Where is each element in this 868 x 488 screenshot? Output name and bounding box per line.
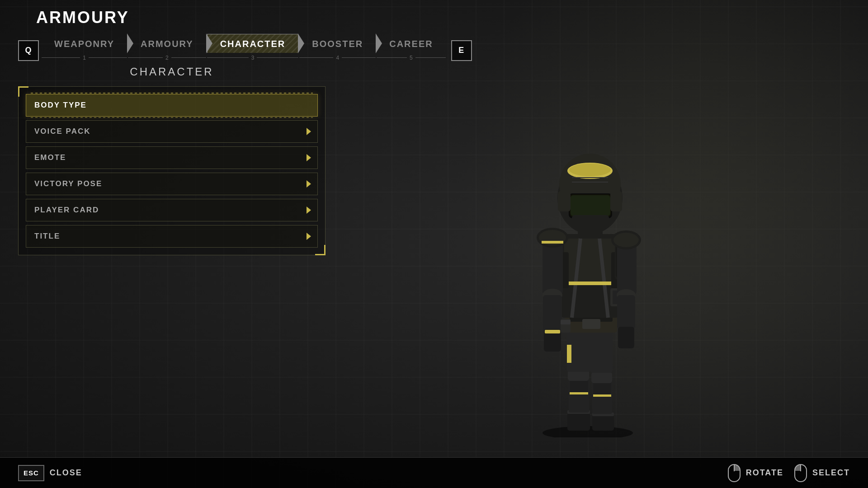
arrow-icon-voice-pack xyxy=(307,128,311,135)
svg-rect-53 xyxy=(558,191,571,211)
arrow-icon-emote xyxy=(307,154,311,161)
section-title: CHARACTER xyxy=(18,66,326,78)
svg-rect-42 xyxy=(617,295,635,329)
bottom-right-hints: ROTATE SELECT xyxy=(728,464,850,482)
right-panel xyxy=(326,61,850,452)
svg-rect-37 xyxy=(545,330,560,333)
svg-rect-12 xyxy=(591,372,612,383)
tab-weaponry[interactable]: WEAPONRY 1 xyxy=(42,34,127,61)
svg-rect-54 xyxy=(610,191,622,211)
rotate-label: ROTATE xyxy=(746,468,783,478)
svg-rect-58 xyxy=(561,320,571,324)
svg-rect-52 xyxy=(572,215,609,226)
menu-item-title[interactable]: TITLE xyxy=(26,225,318,248)
svg-rect-14 xyxy=(590,331,613,373)
main-content: CHARACTER BODY TYPE VOICE PACK xyxy=(0,52,868,488)
select-hint: SELECT xyxy=(794,464,850,482)
close-hint: ESC CLOSE xyxy=(18,465,82,481)
svg-rect-15 xyxy=(567,345,571,363)
svg-point-40 xyxy=(613,233,639,247)
arrow-icon-title xyxy=(307,233,311,240)
rotate-hint: ROTATE xyxy=(728,464,783,482)
mouse-rotate-icon xyxy=(728,464,741,482)
close-label: CLOSE xyxy=(50,468,82,478)
mouse-select-icon xyxy=(794,464,807,482)
svg-rect-18 xyxy=(582,319,600,329)
svg-rect-10 xyxy=(593,394,611,397)
tab-armoury[interactable]: ARMOURY 2 xyxy=(128,34,206,61)
menu-item-voice-pack[interactable]: VOICE PACK xyxy=(26,120,318,143)
esc-key[interactable]: ESC xyxy=(18,465,44,481)
svg-rect-43 xyxy=(618,327,634,348)
nav-key-q[interactable]: Q xyxy=(18,40,39,61)
tab-arrow-armoury xyxy=(206,33,212,53)
select-label: SELECT xyxy=(812,468,850,478)
menu-item-body-type[interactable]: BODY TYPE xyxy=(26,94,318,117)
left-panel: CHARACTER BODY TYPE VOICE PACK xyxy=(18,61,326,452)
svg-rect-35 xyxy=(543,295,562,331)
menu-item-victory-pose[interactable]: VICTORY POSE xyxy=(26,173,318,195)
svg-rect-23 xyxy=(564,282,616,285)
page-title: ARMOURY xyxy=(36,8,129,27)
tab-arrow-character xyxy=(298,33,304,53)
top-nav: ARMOURY Q WEAPONRY 1 xyxy=(0,0,868,52)
svg-rect-20 xyxy=(564,239,616,284)
character-display xyxy=(475,76,701,437)
tab-career[interactable]: CAREER 5 xyxy=(377,34,445,61)
svg-rect-33 xyxy=(542,241,563,244)
arrow-icon-victory-pose xyxy=(307,180,311,188)
svg-rect-9 xyxy=(570,392,588,394)
tab-arrow-booster xyxy=(376,33,382,53)
nav-key-e[interactable]: E xyxy=(451,40,472,61)
menu-item-emote[interactable]: EMOTE xyxy=(26,146,318,169)
character-svg xyxy=(502,94,674,437)
nav-tabs: WEAPONRY 1 ARMOURY xyxy=(42,34,447,61)
svg-point-48 xyxy=(569,164,611,176)
bottom-bar: ESC CLOSE ROTATE xyxy=(0,457,868,488)
menu-item-player-card[interactable]: PLAYER CARD xyxy=(26,199,318,221)
svg-rect-51 xyxy=(571,195,610,216)
tab-arrow-weaponry xyxy=(127,33,133,53)
tab-character[interactable]: CHARACTER 3 xyxy=(207,34,299,61)
screen: ARMOURY Q WEAPONRY 1 xyxy=(0,0,868,488)
tab-booster[interactable]: BOOSTER 4 xyxy=(299,34,376,61)
arrow-icon-player-card xyxy=(307,206,311,214)
menu-container: BODY TYPE VOICE PACK EMOTE xyxy=(18,86,326,255)
